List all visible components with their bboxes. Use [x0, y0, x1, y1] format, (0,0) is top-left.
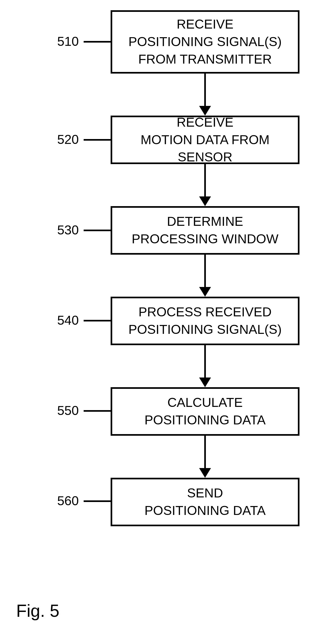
step-number-530: 530 [52, 224, 79, 237]
step-number-550: 550 [52, 404, 79, 417]
connector-tick [84, 320, 111, 321]
arrow-shaft [204, 436, 206, 468]
step-number-510: 510 [52, 35, 79, 48]
step-box-520: RECEIVEMOTION DATA FROM SENSOR [111, 116, 299, 164]
arrow-head [199, 196, 211, 206]
arrow-shaft [204, 255, 206, 287]
step-number-520: 520 [52, 133, 79, 146]
step-box-510: RECEIVEPOSITIONING SIGNAL(S)FROM TRANSMI… [111, 10, 299, 74]
arrow-shaft [204, 164, 206, 196]
step-text-560: SENDPOSITIONING DATA [145, 484, 266, 520]
connector-tick [84, 139, 111, 141]
step-text-530: DETERMINEPROCESSING WINDOW [132, 213, 278, 248]
flowchart-canvas: 510 RECEIVEPOSITIONING SIGNAL(S)FROM TRA… [0, 0, 327, 644]
arrow-head [199, 468, 211, 478]
arrow-head [199, 287, 211, 297]
step-box-560: SENDPOSITIONING DATA [111, 478, 299, 526]
arrow-shaft [204, 74, 206, 106]
step-box-540: PROCESS RECEIVEDPOSITIONING SIGNAL(S) [111, 297, 299, 345]
arrow-shaft [204, 345, 206, 378]
arrow-head [199, 378, 211, 387]
step-number-540: 540 [52, 314, 79, 327]
step-number-560: 560 [52, 494, 79, 507]
connector-tick [84, 500, 111, 502]
step-box-530: DETERMINEPROCESSING WINDOW [111, 206, 299, 255]
step-text-540: PROCESS RECEIVEDPOSITIONING SIGNAL(S) [128, 303, 282, 338]
step-box-550: CALCULATEPOSITIONING DATA [111, 387, 299, 436]
connector-tick [84, 41, 111, 43]
step-text-510: RECEIVEPOSITIONING SIGNAL(S)FROM TRANSMI… [128, 16, 282, 68]
step-text-520: RECEIVEMOTION DATA FROM SENSOR [115, 114, 295, 166]
connector-tick [84, 230, 111, 231]
connector-tick [84, 410, 111, 412]
figure-caption: Fig. 5 [16, 601, 59, 621]
step-text-550: CALCULATEPOSITIONING DATA [145, 394, 266, 429]
